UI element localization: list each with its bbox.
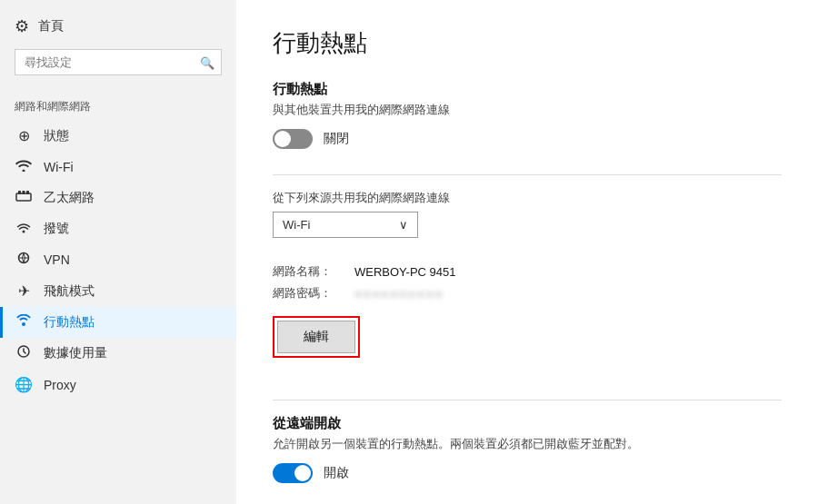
- source-dropdown[interactable]: Wi-Fi ∨: [273, 212, 418, 238]
- sidebar-item-proxy[interactable]: 🌐 Proxy: [0, 369, 236, 400]
- svg-rect-2: [23, 191, 25, 194]
- sidebar-section-title: 網路和網際網路: [0, 86, 236, 120]
- sidebar-item-label-hotspot: 行動熱點: [44, 314, 95, 331]
- remote-toggle-row: 開啟: [273, 463, 782, 483]
- divider-2: [273, 400, 782, 400]
- network-password-key: 網路密碼：: [273, 285, 345, 301]
- airplane-icon: ✈: [15, 282, 33, 300]
- dialup-icon: [15, 221, 33, 237]
- hotspot-heading: 行動熱點: [273, 81, 782, 98]
- sidebar-item-vpn[interactable]: VPN: [0, 244, 236, 275]
- network-password-value: ●●●●●●●●●●: [354, 287, 444, 301]
- network-name-row: 網路名稱： WERBOY-PC 9451: [273, 263, 782, 280]
- svg-rect-3: [26, 191, 29, 194]
- network-name-key: 網路名稱：: [273, 263, 345, 280]
- svg-rect-0: [16, 193, 31, 201]
- ethernet-icon: [15, 190, 33, 206]
- sidebar: ⚙ 首頁 🔍 網路和網際網路 ⊕ 狀態 Wi-Fi: [0, 0, 236, 504]
- remote-toggle[interactable]: [273, 463, 313, 483]
- remote-heading: 從遠端開啟: [273, 415, 782, 432]
- hotspot-toggle-row: 關閉: [273, 129, 782, 149]
- network-name-value: WERBOY-PC 9451: [354, 265, 456, 279]
- hotspot-icon: [15, 314, 33, 331]
- search-icon: 🔍: [200, 55, 214, 69]
- remote-section: 從遠端開啟 允許開啟另一個裝置的行動熱點。兩個裝置必須都已開啟藍牙並配對。 開啟: [273, 415, 782, 483]
- sidebar-item-status[interactable]: ⊕ 狀態: [0, 120, 236, 152]
- remote-desc: 允許開啟另一個裝置的行動熱點。兩個裝置必須都已開啟藍牙並配對。: [273, 436, 782, 452]
- sidebar-item-label-airplane: 飛航模式: [44, 283, 95, 300]
- source-label: 從下列來源共用我的網際網路連線: [273, 190, 782, 206]
- sidebar-item-ethernet[interactable]: 乙太網路: [0, 183, 236, 213]
- svg-point-4: [23, 231, 25, 233]
- hotspot-toggle[interactable]: [273, 129, 313, 149]
- sidebar-item-label-wifi: Wi-Fi: [44, 160, 74, 174]
- svg-rect-1: [18, 191, 21, 194]
- sidebar-item-label-proxy: Proxy: [44, 378, 76, 392]
- search-input[interactable]: [15, 49, 222, 75]
- gear-icon: ⚙: [15, 16, 29, 36]
- network-info-section: 網路名稱： WERBOY-PC 9451 網路密碼： ●●●●●●●●●● 編輯: [273, 263, 782, 374]
- sidebar-home-label: 首頁: [38, 18, 64, 35]
- page-title: 行動熱點: [273, 27, 782, 59]
- hotspot-toggle-label: 關閉: [324, 131, 349, 147]
- sidebar-item-label-ethernet: 乙太網路: [44, 190, 95, 206]
- proxy-icon: 🌐: [15, 376, 33, 393]
- sidebar-top: ⚙ 首頁 🔍: [0, 9, 236, 86]
- source-section: 從下列來源共用我的網際網路連線 Wi-Fi ∨: [273, 190, 782, 238]
- sidebar-home-button[interactable]: ⚙ 首頁: [15, 16, 222, 36]
- sidebar-item-hotspot[interactable]: 行動熱點: [0, 307, 236, 338]
- divider-1: [273, 174, 782, 175]
- edit-button[interactable]: 編輯: [277, 321, 355, 353]
- main-content: 行動熱點 行動熱點 與其他裝置共用我的網際網路連線 關閉 從下列來源共用我的網際…: [236, 0, 818, 504]
- sidebar-item-wifi[interactable]: Wi-Fi: [0, 152, 236, 183]
- remote-toggle-label: 開啟: [324, 465, 349, 481]
- sidebar-item-label-status: 狀態: [44, 128, 69, 144]
- source-selected-option: Wi-Fi: [283, 218, 310, 232]
- hotspot-desc: 與其他裝置共用我的網際網路連線: [273, 102, 782, 118]
- sidebar-item-label-data: 數據使用量: [44, 345, 107, 361]
- wifi-icon: [15, 159, 33, 175]
- sidebar-item-label-dialup: 撥號: [44, 221, 69, 237]
- sidebar-item-airplane[interactable]: ✈ 飛航模式: [0, 275, 236, 307]
- data-icon: [15, 345, 33, 361]
- vpn-icon: [15, 252, 33, 268]
- hotspot-section: 行動熱點 與其他裝置共用我的網際網路連線 關閉: [273, 81, 782, 149]
- edit-button-wrapper: 編輯: [273, 316, 360, 358]
- sidebar-item-dialup[interactable]: 撥號: [0, 213, 236, 244]
- status-icon: ⊕: [15, 127, 33, 144]
- sidebar-item-data[interactable]: 數據使用量: [0, 338, 236, 369]
- network-password-row: 網路密碼： ●●●●●●●●●●: [273, 285, 782, 301]
- sidebar-item-label-vpn: VPN: [44, 252, 70, 267]
- sidebar-search-container: 🔍: [15, 49, 222, 75]
- chevron-down-icon: ∨: [399, 218, 408, 232]
